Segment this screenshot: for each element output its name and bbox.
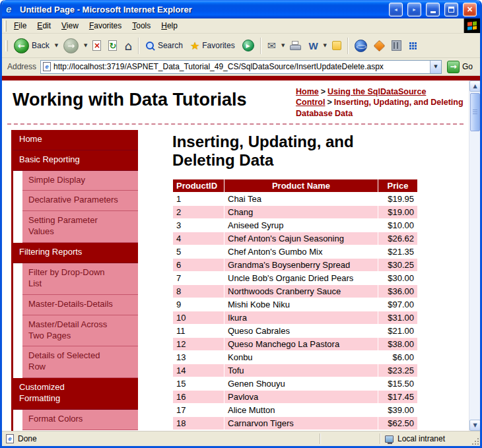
page-top-band [2, 76, 480, 80]
go-button[interactable]: → Go [446, 61, 477, 73]
scroll-down-button[interactable]: ▼ [469, 420, 480, 431]
site-title: Working with Data Tutorials [13, 84, 296, 119]
back-button[interactable]: ← Back [11, 36, 53, 55]
sidebar-item-customized-formatting[interactable]: Customized Formatting [13, 378, 138, 410]
stop-button[interactable]: × [89, 38, 104, 53]
page-body: HomeBasic ReportingSimple DisplayDeclara… [2, 125, 469, 431]
sidebar-item-setting-parameter-values[interactable]: Setting Parameter Values [22, 211, 138, 243]
msn-icon [373, 40, 385, 51]
sidebar-item-home[interactable]: Home [13, 130, 138, 150]
title-bar[interactable]: e Untitled Page - Microsoft Internet Exp… [2, 0, 480, 18]
word-icon: W [308, 40, 318, 51]
media-button[interactable]: ▶ [239, 38, 258, 53]
search-button[interactable]: Search [142, 39, 186, 53]
discuss-button[interactable] [329, 39, 345, 52]
cell-product-name: Uncle Bob's Organic Dried Pears [224, 272, 378, 285]
edit-dropdown[interactable]: ▼ [322, 43, 328, 48]
cell-productid: 7 [173, 272, 224, 285]
scroll-up-button[interactable]: ▲ [469, 80, 480, 92]
toolbar-separator [260, 38, 261, 54]
refresh-button[interactable]: ↻ [105, 38, 120, 53]
scrollbar-thumb[interactable] [470, 93, 480, 131]
address-dropdown[interactable]: ▼ [430, 61, 441, 73]
menu-file[interactable]: File [9, 19, 32, 32]
table-row: 1Chai Tea$19.95 [173, 193, 418, 206]
sidebar-item-filtering-reports[interactable]: Filtering Reports [13, 243, 138, 263]
print-button[interactable] [287, 39, 304, 52]
cell-product-name: Queso Cabrales [224, 325, 378, 338]
back-icon: ← [14, 38, 29, 53]
extra-window-button-2[interactable]: ► [407, 3, 421, 16]
home-button[interactable]: ⌂ [121, 37, 135, 55]
forward-dropdown[interactable]: ▼ [83, 43, 88, 48]
cell-price: $19.95 [378, 193, 418, 206]
security-zone-label: Local intranet [397, 434, 445, 443]
main-content: Inserting, Updating, and Deleting Data P… [138, 130, 469, 431]
mail-dropdown[interactable]: ▼ [280, 43, 286, 48]
table-row: 15Genen Shouyu$15.50 [173, 377, 418, 391]
cell-price: $26.62 [378, 232, 418, 245]
sidebar-item-declarative-parameters[interactable]: Declarative Parameters [22, 191, 138, 211]
minimize-button[interactable] [426, 3, 440, 16]
status-empty-pane [322, 432, 378, 446]
cell-price: $62.50 [378, 417, 418, 430]
toolbar: ← Back ▼ → ▼ × ↻ ⌂ Search ★ Favorites ▶ … [2, 34, 480, 58]
menu-view[interactable]: View [56, 19, 84, 32]
security-zone: Local intranet [382, 434, 480, 443]
search-label: Search [158, 41, 183, 50]
menu-tools[interactable]: Tools [127, 19, 156, 32]
table-row: 3Aniseed Syrup$10.00 [173, 219, 418, 232]
msn-button[interactable] [371, 39, 388, 53]
quick-launch-button[interactable] [405, 40, 421, 52]
mail-button[interactable]: ✉ [264, 38, 279, 54]
sidebar-item-basic-reporting[interactable]: Basic Reporting [13, 150, 138, 171]
table-row: 17Alice Mutton$39.00 [173, 404, 418, 417]
close-button[interactable]: × [463, 3, 477, 16]
media-icon: ▶ [242, 40, 254, 51]
menu-grip[interactable] [4, 20, 7, 32]
back-dropdown[interactable]: ▼ [53, 43, 59, 48]
breadcrumb-home-link[interactable]: Home [296, 87, 319, 96]
sidebar-item-master-details-details[interactable]: Master-Details-Details [22, 295, 138, 315]
cell-price: $30.00 [378, 272, 418, 285]
products-table-header-row: ProductIDProduct NamePrice [173, 179, 418, 193]
menu-help[interactable]: Help [156, 19, 183, 32]
resize-grip[interactable] [471, 437, 479, 445]
cell-product-name: Alice Mutton [224, 404, 378, 417]
page-viewport: Working with Data Tutorials Home>Using t… [2, 80, 480, 431]
sidebar-item-format-colors[interactable]: Format Colors [22, 410, 138, 430]
cell-product-name: Northwoods Cranberry Sauce [224, 285, 378, 298]
print-icon [290, 41, 301, 50]
breadcrumb-separator: > [321, 87, 326, 96]
maximize-button[interactable] [444, 3, 458, 16]
page-content: Working with Data Tutorials Home>Using t… [2, 80, 469, 431]
cell-productid: 3 [173, 219, 224, 232]
vertical-scrollbar[interactable]: ▲ ▼ [469, 80, 480, 431]
cell-price: $10.00 [378, 219, 418, 232]
menu-favorites[interactable]: Favorites [84, 19, 127, 32]
cell-price: $31.00 [378, 311, 418, 325]
research-button[interactable] [388, 38, 405, 53]
toolbar-grip[interactable] [5, 40, 8, 51]
page-icon: e [43, 62, 51, 71]
edit-word-button[interactable]: W [305, 38, 321, 53]
table-row: 6Grandma's Boysenberry Spread$30.25 [173, 259, 418, 272]
status-left: e Done [2, 434, 318, 443]
forward-button[interactable]: → [60, 36, 82, 55]
sidebar-item-master-detail-across-two-pages[interactable]: Master/Detail Across Two Pages [22, 315, 138, 347]
address-input[interactable]: e http://localhost:3719/ASPNET_Data_Tuto… [40, 60, 442, 74]
search-icon [145, 41, 155, 51]
address-url[interactable]: http://localhost:3719/ASPNET_Data_Tutori… [53, 62, 427, 71]
status-text: Done [18, 434, 37, 443]
messenger-button[interactable] [351, 38, 370, 54]
extra-window-button-1[interactable]: ◄ [389, 3, 403, 16]
sidebar-item-filter-by-drop-down-list[interactable]: Filter by Drop-Down List [22, 263, 138, 295]
cell-price: $21.00 [378, 325, 418, 338]
favorites-button[interactable]: ★ Favorites [187, 38, 238, 54]
table-row: 10Ikura$31.00 [173, 311, 418, 325]
sidebar-item-details-of-selected-row[interactable]: Details of Selected Row [22, 346, 138, 378]
sidebar-item-simple-display[interactable]: Simple Display [22, 171, 138, 191]
menu-edit[interactable]: Edit [32, 19, 56, 32]
status-separator [320, 433, 321, 444]
status-separator [380, 433, 381, 444]
